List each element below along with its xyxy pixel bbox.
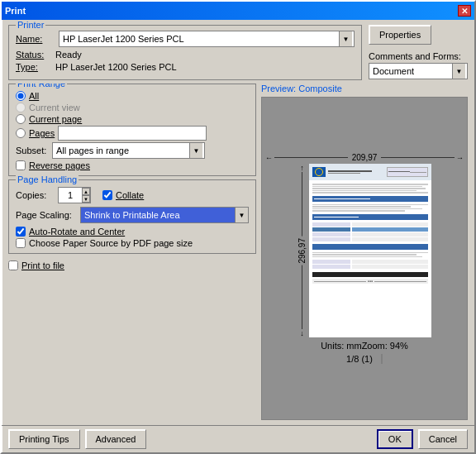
reverse-pages-checkbox[interactable] [16, 160, 26, 170]
table-row4 [312, 237, 428, 241]
right-panel: Preview: Composite ← 209,97 → [261, 84, 468, 420]
collate-checkbox[interactable] [102, 190, 112, 200]
collate-label: Collate [116, 190, 144, 200]
comments-value: Document [371, 66, 452, 76]
table-row2 [312, 227, 428, 232]
close-button[interactable]: ✕ [458, 5, 471, 17]
copies-label: Copies: [16, 190, 53, 200]
header-line1 [328, 170, 372, 172]
status-label: Status: [16, 50, 55, 60]
subset-combo-arrow[interactable]: ▼ [189, 143, 202, 158]
scaling-label: Page Scaling: [16, 210, 77, 220]
doc-line7 [312, 206, 411, 208]
printer-section-label: Printer [16, 20, 45, 30]
doc-header [309, 164, 431, 180]
window-title: Print [5, 6, 26, 16]
print-to-file-checkbox[interactable] [8, 260, 18, 270]
pages-radio[interactable] [16, 128, 26, 138]
auto-rotate-checkbox[interactable] [16, 227, 26, 237]
type-label: Type: [16, 62, 55, 72]
doc-line5 [312, 192, 428, 194]
scaling-combo[interactable]: Shrink to Printable Area ▼ [80, 207, 249, 223]
cell2 [352, 222, 428, 227]
bottom-right: OK Cancel [377, 429, 468, 449]
preview-info: Units: mm Zoom: 94% [321, 341, 408, 351]
doc-footer: ▪▪▪ [312, 279, 428, 284]
preview-container: ← 209,97 → ↑ 296,97 [261, 97, 468, 420]
copies-spinner[interactable]: ▲ ▼ [58, 187, 91, 203]
doc-line8 [312, 208, 422, 210]
document-preview: ▪▪▪ [309, 164, 431, 337]
cancel-button[interactable]: Cancel [418, 429, 468, 449]
title-bar: Print ✕ [2, 2, 474, 20]
subset-label: Subset: [16, 146, 49, 155]
cell12 [352, 265, 428, 269]
units-label: Units: mm [321, 341, 362, 351]
right-controls: Properties Comments and Forms: Document … [369, 25, 468, 79]
pages-label: Pages [29, 128, 55, 138]
preview-ruler-side: ↑ 296,97 ↓ [298, 164, 307, 337]
doc-line2 [312, 186, 422, 188]
section2-line [314, 217, 359, 217]
pages-input[interactable]: 1 - 8 [58, 126, 207, 141]
current-page-radio[interactable] [16, 114, 26, 124]
cell11 [312, 265, 350, 269]
advanced-button[interactable]: Advanced [85, 429, 147, 449]
doc-line10 [312, 252, 428, 254]
table-row5 [312, 260, 428, 264]
width-value: 209,97 [350, 153, 380, 162]
printer-group: Printer Name: HP LaserJet 1200 Series PC… [8, 25, 362, 80]
main-content: Print Range All Current view Current pag… [8, 84, 468, 420]
arrow-left-icon: ← [265, 154, 273, 162]
spinner-down[interactable]: ▼ [82, 195, 90, 203]
printer-name-combo[interactable]: HP LaserJet 1200 Series PCL ▼ [59, 31, 355, 47]
progress-bar-container[interactable] [381, 354, 383, 364]
print-range-section-label: Print Range [16, 84, 67, 88]
table-row3 [312, 232, 428, 237]
doc-section3 [312, 244, 428, 250]
doc-line6 [312, 204, 428, 206]
properties-button[interactable]: Properties [369, 25, 431, 45]
ruler-line-side [302, 172, 302, 237]
arrow-down-icon: ↓ [300, 329, 304, 337]
doc-black-bar [312, 272, 428, 277]
current-page-label: Current page [29, 114, 82, 124]
comments-combo-arrow[interactable]: ▼ [452, 64, 465, 79]
header-box [387, 167, 428, 177]
footer-line2 [374, 281, 426, 282]
footer-line [314, 281, 366, 282]
preview-title: Preview: Composite [261, 84, 468, 93]
doc-section2 [312, 214, 428, 220]
scaling-combo-arrow[interactable]: ▼ [235, 208, 248, 222]
auto-rotate-label: Auto-Rotate and Center [29, 227, 125, 237]
doc-line3 [312, 188, 426, 189]
ruler-line-top2 [381, 157, 455, 158]
current-view-radio[interactable] [16, 103, 26, 112]
ok-button[interactable]: OK [377, 429, 413, 449]
comments-label: Comments and Forms: [369, 51, 468, 61]
print-to-file-label: Print to file [21, 260, 64, 270]
page-indicator: 1/8 (1) [346, 354, 373, 364]
doc-line12 [312, 256, 422, 258]
doc-line9 [312, 210, 405, 212]
spinner-up[interactable]: ▲ [82, 188, 90, 195]
printing-tips-button[interactable]: Printing Tips [8, 429, 80, 449]
printer-name-value: HP LaserJet 1200 Series PCL [61, 34, 339, 44]
arrow-right-icon: → [456, 154, 464, 162]
subset-value: All pages in range [55, 146, 189, 155]
comments-combo[interactable]: Document ▼ [369, 63, 468, 79]
bottom-left: Printing Tips Advanced [8, 429, 146, 449]
header-line2 [328, 173, 360, 174]
paper-source-checkbox[interactable] [16, 238, 26, 248]
preview-content-area: ↑ 296,97 ↓ [298, 164, 431, 337]
page-handling-group: Page Handling Copies: ▲ ▼ [8, 179, 256, 254]
all-radio[interactable] [16, 91, 26, 101]
section1-line [314, 198, 370, 199]
doc-line11 [312, 254, 416, 256]
cell4 [352, 227, 428, 232]
print-range-group: Print Range All Current view Current pag… [8, 84, 256, 176]
window-body: Printer Name: HP LaserJet 1200 Series PC… [2, 20, 474, 425]
subset-combo[interactable]: All pages in range ▼ [52, 142, 205, 159]
copies-input[interactable] [59, 188, 82, 203]
printer-combo-arrow[interactable]: ▼ [339, 31, 352, 46]
